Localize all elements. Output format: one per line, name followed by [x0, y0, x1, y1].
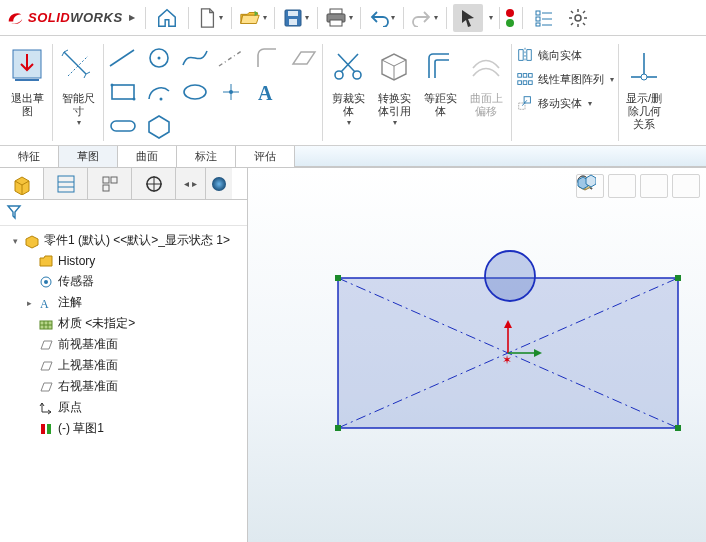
perpendicular-icon: [624, 42, 664, 90]
point-tool-button[interactable]: [214, 76, 248, 108]
new-button[interactable]: ▾: [195, 4, 225, 32]
fm-tab-config[interactable]: [88, 168, 132, 199]
svg-text:A: A: [258, 82, 273, 104]
linear-pattern-button[interactable]: 线性草图阵列▾: [516, 70, 614, 88]
app-logo: SOLIDWORKS ▶: [6, 9, 135, 27]
slot-tool-button[interactable]: [106, 110, 140, 142]
tree-history[interactable]: History: [4, 251, 243, 271]
redo-button[interactable]: ▾: [410, 4, 440, 32]
polygon-tool-button[interactable]: [142, 110, 176, 142]
tree-origin[interactable]: 原点: [4, 397, 243, 418]
app-menu-caret-icon[interactable]: ▶: [129, 13, 135, 22]
svg-text:A: A: [40, 297, 49, 310]
svg-point-27: [111, 84, 114, 87]
display-relations-button[interactable]: 显示/删 除几何 关系: [621, 40, 667, 145]
ellipse-tool-button[interactable]: [178, 76, 212, 108]
tab-sketch[interactable]: 草图: [59, 146, 118, 167]
quick-access-toolbar: ▾ ▾ ▾ ▾ ▾ ▾ ▾: [143, 4, 593, 32]
svg-marker-36: [149, 116, 169, 138]
svg-rect-35: [111, 121, 135, 131]
tree-top-plane[interactable]: 上视基准面: [4, 355, 243, 376]
spline-tool-button[interactable]: [178, 42, 212, 74]
svg-rect-56: [103, 177, 109, 183]
annotation-icon: A: [38, 295, 54, 311]
svg-point-86: [485, 251, 535, 301]
fm-tab-dimxpert[interactable]: [132, 168, 176, 199]
origin-icon: [38, 400, 54, 416]
surface-offset-icon: [466, 42, 506, 90]
svg-rect-7: [536, 17, 540, 21]
sensor-icon: [38, 274, 54, 290]
fm-tab-more[interactable]: ◂ ▸: [176, 168, 206, 199]
tree-material[interactable]: 材质 <未指定>: [4, 313, 243, 334]
svg-point-30: [184, 85, 206, 99]
open-button[interactable]: ▾: [238, 4, 268, 32]
svg-point-29: [160, 98, 163, 101]
select-caret-icon[interactable]: ▾: [489, 13, 493, 22]
options-list-button[interactable]: [529, 4, 559, 32]
surface-offset-button[interactable]: 曲面上 偏移: [463, 40, 509, 145]
convert-entities-button[interactable]: 转换实 体引用▾: [371, 40, 417, 145]
convert-icon: [374, 42, 414, 90]
svg-rect-42: [518, 74, 522, 78]
graphics-area[interactable]: + ✶: [248, 168, 706, 542]
arc-tool-button[interactable]: [142, 76, 176, 108]
offset-entities-button[interactable]: 等距实 体: [417, 40, 463, 145]
svg-line-40: [338, 54, 355, 72]
smart-dimension-icon: [58, 42, 98, 90]
centerline-tool-button[interactable]: [214, 42, 248, 74]
tab-surfaces[interactable]: 曲面: [118, 146, 177, 167]
circle-tool-button[interactable]: [142, 42, 176, 74]
svg-line-20: [571, 23, 573, 25]
tree-sketch1[interactable]: (-) 草图1: [4, 418, 243, 439]
undo-button[interactable]: ▾: [367, 4, 397, 32]
svg-point-62: [212, 177, 226, 191]
svg-rect-5: [330, 20, 342, 26]
tab-evaluate[interactable]: 评估: [236, 146, 295, 167]
svg-line-19: [583, 11, 585, 13]
tree-front-plane[interactable]: 前视基准面: [4, 334, 243, 355]
fillet-tool-button[interactable]: [250, 42, 284, 74]
svg-rect-47: [529, 81, 533, 85]
tree-sensors[interactable]: 传感器: [4, 271, 243, 292]
select-button[interactable]: [453, 4, 483, 32]
svg-line-25: [219, 50, 243, 66]
home-button[interactable]: [152, 4, 182, 32]
filter-icon[interactable]: [6, 204, 22, 222]
filter-bar: [0, 200, 247, 226]
svg-text:✶: ✶: [502, 353, 512, 367]
smart-dimension-button[interactable]: 智能尺 寸 ▾: [55, 40, 101, 145]
tree-right-plane[interactable]: 右视基准面: [4, 376, 243, 397]
svg-line-22: [110, 50, 134, 66]
settings-button[interactable]: [563, 4, 593, 32]
fm-tab-tree[interactable]: [0, 168, 44, 199]
tree-root[interactable]: ▾ 零件1 (默认) <<默认>_显示状态 1>: [4, 230, 243, 251]
tab-annotate[interactable]: 标注: [177, 146, 236, 167]
line-tool-button[interactable]: [106, 42, 140, 74]
svg-rect-45: [518, 81, 522, 85]
material-icon: [38, 316, 54, 332]
svg-rect-44: [529, 74, 533, 78]
print-button[interactable]: ▾: [324, 4, 354, 32]
fm-tab-appearance[interactable]: [206, 168, 232, 199]
fm-tab-strip: ◂ ▸: [0, 168, 247, 200]
ds-logo-icon: [6, 9, 24, 27]
fm-tab-property[interactable]: [44, 168, 88, 199]
plane-tool-button[interactable]: [286, 42, 320, 74]
svg-rect-58: [103, 185, 109, 191]
mirror-entities-button[interactable]: 镜向实体: [516, 46, 614, 64]
tab-features[interactable]: 特征: [0, 146, 59, 167]
svg-rect-73: [47, 424, 51, 434]
svg-point-64: [44, 280, 48, 284]
plane-icon: [38, 358, 54, 374]
tree-annotations[interactable]: ▸A注解: [4, 292, 243, 313]
save-button[interactable]: ▾: [281, 4, 311, 32]
rectangle-tool-button[interactable]: [106, 76, 140, 108]
trim-entities-button[interactable]: 剪裁实 体▾: [325, 40, 371, 145]
folder-icon: [38, 253, 54, 269]
svg-rect-6: [536, 11, 540, 15]
text-tool-button[interactable]: A: [250, 76, 284, 108]
move-entities-button[interactable]: 移动实体▾: [516, 94, 614, 112]
exit-sketch-button[interactable]: 退出草 图: [4, 40, 50, 145]
svg-rect-53: [58, 176, 74, 192]
